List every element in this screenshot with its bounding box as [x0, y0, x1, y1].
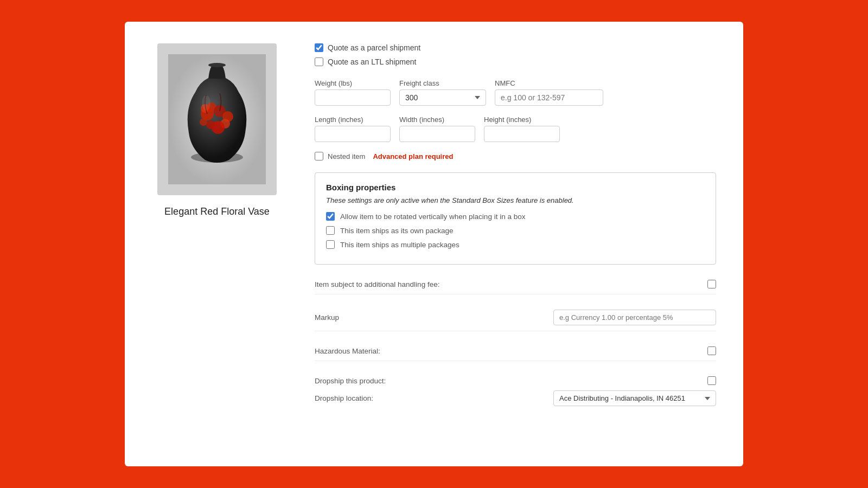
handling-fee-row: Item subject to additional handling fee:: [315, 274, 716, 294]
nested-item-checkbox[interactable]: [315, 152, 323, 160]
boxing-own-package-checkbox[interactable]: [326, 226, 335, 235]
hazmat-row: Hazardous Material:: [315, 341, 716, 361]
quote-ltl-checkbox[interactable]: [315, 57, 323, 66]
boxing-properties-box: Boxing properties These settings are onl…: [315, 172, 716, 265]
boxing-own-package-label[interactable]: This item ships as its own package: [340, 227, 454, 235]
boxing-rotate-label[interactable]: Allow item to be rotated vertically when…: [340, 213, 525, 221]
dropship-location-label: Dropship location:: [315, 394, 373, 402]
boxing-multiple-packages-label[interactable]: This item ships as multiple packages: [340, 241, 459, 249]
svg-point-2: [208, 63, 226, 67]
hazmat-label: Hazardous Material:: [315, 347, 380, 355]
dropship-location-row: Dropship location: Ace Distributing - In…: [315, 390, 716, 406]
height-label: Height (inches): [484, 115, 560, 124]
dropship-location-select[interactable]: Ace Distributing - Indianapolis, IN 4625…: [553, 390, 716, 406]
parcel-shipment-row: Quote as a parcel shipment: [315, 43, 716, 52]
markup-input[interactable]: [553, 310, 716, 325]
nmfc-input[interactable]: [495, 89, 603, 106]
quote-parcel-checkbox[interactable]: [315, 43, 323, 52]
nested-item-label[interactable]: Nested item: [328, 152, 365, 160]
product-name: Elegant Red Floral Vase: [164, 206, 270, 217]
left-panel: Elegant Red Floral Vase: [152, 43, 282, 445]
dropship-label: Dropship this product:: [315, 377, 386, 385]
main-card: Elegant Red Floral Vase Quote as a parce…: [125, 22, 743, 466]
width-label: Width (inches): [399, 115, 475, 124]
right-panel: Quote as a parcel shipment Quote as an L…: [315, 43, 716, 445]
dropship-section: Dropship this product: Dropship location…: [315, 371, 716, 412]
handling-fee-label: Item subject to additional handling fee:: [315, 280, 439, 288]
length-field-group: Length (inches) 8: [315, 115, 391, 142]
ltl-shipment-row: Quote as an LTL shipment: [315, 57, 716, 66]
dimensions-row: Length (inches) 8 Width (inches) 8 Heigh…: [315, 115, 716, 142]
svg-point-11: [200, 118, 207, 126]
width-input[interactable]: 8: [399, 126, 475, 142]
boxing-option-rotate: Allow item to be rotated vertically when…: [326, 212, 705, 221]
length-input[interactable]: 8: [315, 126, 391, 142]
handling-fee-checkbox[interactable]: [707, 280, 716, 288]
height-input[interactable]: 12: [484, 126, 560, 142]
checkboxes-section: Quote as a parcel shipment Quote as an L…: [315, 43, 716, 67]
freight-class-select[interactable]: 50556065 7077.58592.5 100110125150 17520…: [399, 89, 486, 106]
hazmat-checkbox[interactable]: [707, 346, 716, 355]
weight-field-group: Weight (lbs) 10: [315, 79, 391, 106]
advanced-plan-text: Advanced plan required: [373, 152, 453, 160]
weight-freight-row: Weight (lbs) 10 Freight class 50556065 7…: [315, 79, 716, 106]
length-label: Length (inches): [315, 115, 391, 124]
quote-parcel-label[interactable]: Quote as a parcel shipment: [328, 43, 420, 52]
product-image-container: [157, 43, 277, 195]
dropship-checkbox[interactable]: [707, 376, 716, 385]
freight-class-field-group: Freight class 50556065 7077.58592.5 1001…: [399, 79, 486, 106]
markup-label: Markup: [315, 313, 339, 322]
nmfc-label: NMFC: [495, 79, 603, 87]
markup-row: Markup: [315, 304, 716, 331]
freight-class-label: Freight class: [399, 79, 486, 87]
weight-label: Weight (lbs): [315, 79, 391, 87]
nmfc-field-group: NMFC: [495, 79, 603, 106]
weight-input[interactable]: 10: [315, 89, 391, 106]
boxing-multiple-packages-checkbox[interactable]: [326, 240, 335, 249]
svg-point-12: [202, 95, 210, 111]
boxing-option-own-package: This item ships as its own package: [326, 226, 705, 235]
boxing-rotate-checkbox[interactable]: [326, 212, 335, 221]
quote-ltl-label[interactable]: Quote as an LTL shipment: [328, 57, 416, 66]
height-field-group: Height (inches) 12: [484, 115, 560, 142]
svg-point-10: [206, 120, 215, 129]
product-image-svg: [168, 54, 266, 184]
boxing-subtitle: These settings are only active when the …: [326, 196, 705, 204]
boxing-title: Boxing properties: [326, 183, 705, 192]
boxing-option-multiple-packages: This item ships as multiple packages: [326, 240, 705, 249]
dropship-product-row: Dropship this product:: [315, 376, 716, 385]
width-field-group: Width (inches) 8: [399, 115, 475, 142]
nested-item-row: Nested item Advanced plan required: [315, 152, 716, 160]
